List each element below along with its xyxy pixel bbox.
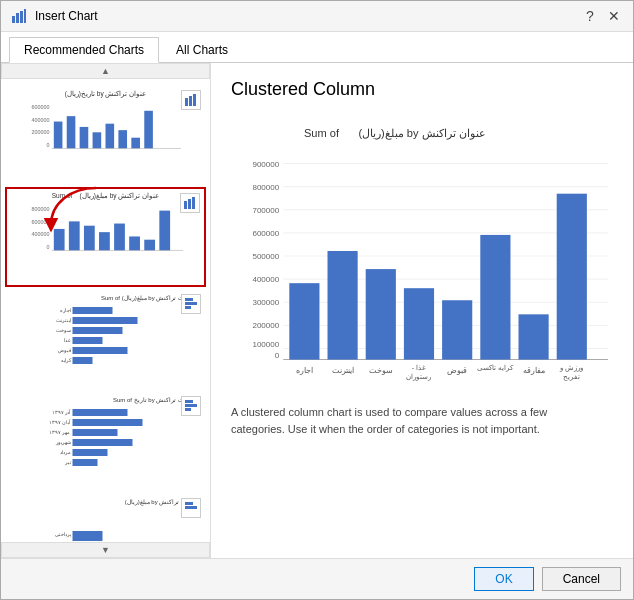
svg-text:ورزش و: ورزش و <box>559 364 583 372</box>
tabs-bar: Recommended Charts All Charts <box>1 32 633 63</box>
svg-rect-20 <box>193 94 196 106</box>
svg-rect-28 <box>99 232 110 250</box>
thumb-title-5: پرداخت تراکنش by مبلغ(ریال) <box>10 498 201 505</box>
svg-rect-10 <box>67 116 76 148</box>
svg-text:400000: 400000 <box>252 275 279 284</box>
svg-text:200000: 200000 <box>252 321 279 330</box>
svg-text:سوخت: سوخت <box>369 366 393 375</box>
thumb-title-2: عنوان تراکنش by مبلغ(ریال) Sum of <box>11 192 200 200</box>
chart-thumb-4[interactable]: ترسیمات تراکنش by تاریخ Sum of آذر ۱۳۹۷ … <box>5 391 206 491</box>
chart-thumb-1[interactable]: عنوان تراکنش by تاریخ(ریال) 600000 40000… <box>5 85 206 185</box>
svg-text:600000: 600000 <box>32 219 50 225</box>
svg-rect-14 <box>118 130 127 148</box>
scroll-down-button[interactable]: ▼ <box>1 542 210 558</box>
dialog-title: Insert Chart <box>35 9 98 23</box>
svg-text:تیر: تیر <box>64 459 72 466</box>
svg-rect-101 <box>519 314 549 359</box>
svg-rect-62 <box>73 449 108 456</box>
chart-thumb-5[interactable]: پرداخت تراکنش by مبلغ(ریال) پرداختی دریا… <box>5 493 206 542</box>
svg-text:0: 0 <box>47 244 50 250</box>
main-chart-svg: عنوان تراکنش by مبلغ(ریال) Sum of 900000… <box>231 112 613 392</box>
tab-all-charts[interactable]: All Charts <box>161 37 243 63</box>
cancel-button[interactable]: Cancel <box>542 567 621 591</box>
svg-rect-58 <box>73 409 128 416</box>
svg-text:اجاره: اجاره <box>296 366 313 375</box>
svg-text:کرایه: کرایه <box>61 357 72 364</box>
svg-rect-97 <box>366 269 396 359</box>
svg-rect-51 <box>185 306 191 309</box>
thumb-icon-3 <box>181 294 201 314</box>
svg-rect-44 <box>73 317 138 324</box>
mini-chart-4: آذر ۱۳۹۷ آبان ۱۳۹۷ مهر ۱۳۹۷ شهریور مرداد… <box>10 404 201 474</box>
svg-rect-99 <box>442 300 472 359</box>
svg-text:عنوان تراکنش by مبلغ(ریال): عنوان تراکنش by مبلغ(ریال) <box>358 127 485 140</box>
svg-rect-45 <box>73 327 123 334</box>
svg-rect-68 <box>73 531 103 541</box>
insert-chart-dialog: Insert Chart ? ✕ Recommended Charts All … <box>0 0 634 600</box>
svg-rect-34 <box>184 201 187 209</box>
svg-rect-49 <box>185 298 193 301</box>
svg-rect-98 <box>404 288 434 359</box>
svg-rect-2 <box>20 11 23 23</box>
chart-list: عنوان تراکنش by تاریخ(ریال) 600000 40000… <box>1 79 210 542</box>
svg-text:آبان ۱۳۹۷: آبان ۱۳۹۷ <box>49 419 71 425</box>
svg-text:غذا: غذا <box>64 337 71 343</box>
svg-rect-1 <box>16 13 19 23</box>
thumb-content-5: پرداخت تراکنش by مبلغ(ریال) پرداختی دریا… <box>10 498 201 542</box>
svg-text:500000: 500000 <box>252 252 279 261</box>
svg-rect-71 <box>185 502 193 505</box>
svg-text:400000: 400000 <box>32 117 50 123</box>
svg-rect-96 <box>328 251 358 360</box>
content-area: ▲ عنوان تراکنش by تاریخ(ریال) <box>1 63 633 558</box>
title-bar-controls: ? ✕ <box>581 7 623 25</box>
svg-rect-30 <box>129 236 140 250</box>
ok-button[interactable]: OK <box>474 567 533 591</box>
svg-text:قبوض: قبوض <box>58 347 72 354</box>
svg-rect-65 <box>185 404 197 407</box>
svg-text:اجاره: اجاره <box>60 307 71 314</box>
mini-chart-5: پرداختی دریافتی <box>10 506 201 542</box>
svg-text:اینترنت: اینترنت <box>56 317 71 324</box>
thumb-content-4: ترسیمات تراکنش by تاریخ Sum of آذر ۱۳۹۷ … <box>10 396 201 486</box>
svg-rect-59 <box>73 419 143 426</box>
svg-text:غذا -: غذا - <box>412 364 426 371</box>
svg-text:اینترنت: اینترنت <box>332 366 354 375</box>
svg-rect-72 <box>185 506 197 509</box>
close-button[interactable]: ✕ <box>605 7 623 25</box>
svg-text:Sum of: Sum of <box>304 127 340 139</box>
svg-rect-25 <box>54 229 65 251</box>
thumb-icon-1 <box>181 90 201 110</box>
left-panel: ▲ عنوان تراکنش by تاریخ(ریال) <box>1 63 211 558</box>
svg-rect-15 <box>131 138 140 149</box>
svg-rect-46 <box>73 337 103 344</box>
svg-rect-47 <box>73 347 128 354</box>
chart-thumb-3[interactable]: ترسیمات تراکنش by مبلغ(ریال) Sum of اجار… <box>5 289 206 389</box>
svg-text:مرداد: مرداد <box>60 449 71 456</box>
tab-recommended[interactable]: Recommended Charts <box>9 37 159 63</box>
chart-thumb-2[interactable]: عنوان تراکنش by مبلغ(ریال) Sum of 800000… <box>5 187 206 287</box>
thumb-content-3: ترسیمات تراکنش by مبلغ(ریال) Sum of اجار… <box>10 294 201 384</box>
svg-text:700000: 700000 <box>252 206 279 215</box>
svg-rect-32 <box>159 211 170 251</box>
svg-text:آذر ۱۳۹۷: آذر ۱۳۹۷ <box>52 409 71 416</box>
svg-rect-66 <box>185 408 191 411</box>
svg-rect-16 <box>144 111 153 149</box>
svg-rect-102 <box>557 194 587 360</box>
scroll-up-button[interactable]: ▲ <box>1 63 210 79</box>
svg-rect-9 <box>54 122 63 149</box>
svg-rect-11 <box>80 127 89 149</box>
svg-text:0: 0 <box>47 142 50 148</box>
svg-text:تفریح: تفریح <box>563 373 580 381</box>
svg-text:200000: 200000 <box>32 129 50 135</box>
main-chart-area: عنوان تراکنش by مبلغ(ریال) Sum of 900000… <box>231 112 613 392</box>
svg-rect-63 <box>73 459 98 466</box>
svg-rect-100 <box>480 235 510 360</box>
thumb-title-3: ترسیمات تراکنش by مبلغ(ریال) Sum of <box>10 294 201 301</box>
svg-text:900000: 900000 <box>252 160 279 169</box>
help-button[interactable]: ? <box>581 7 599 25</box>
svg-rect-35 <box>188 199 191 209</box>
svg-rect-60 <box>73 429 118 436</box>
svg-rect-48 <box>73 357 93 364</box>
svg-rect-31 <box>144 240 155 251</box>
thumb-title-4: ترسیمات تراکنش by تاریخ Sum of <box>10 396 201 403</box>
